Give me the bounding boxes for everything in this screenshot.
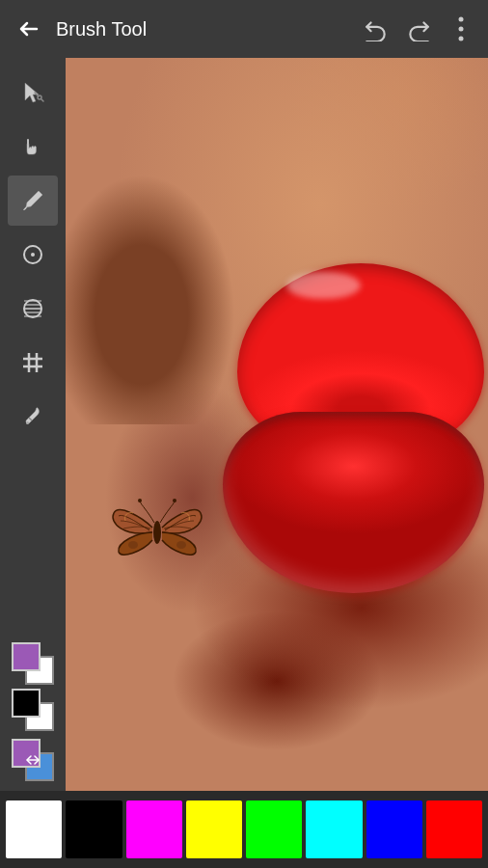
top-toolbar: Brush Tool — [0, 0, 488, 58]
butterfly-tattoo — [99, 484, 215, 571]
color-swatches — [12, 642, 54, 781]
palette-green[interactable] — [246, 800, 302, 858]
color-swatch-primary[interactable] — [12, 642, 54, 685]
svg-point-20 — [138, 499, 142, 502]
svg-point-2 — [459, 37, 464, 41]
eyedropper-tool-button[interactable] — [8, 392, 58, 442]
move-tool-button[interactable] — [8, 122, 58, 172]
svg-point-0 — [459, 17, 464, 22]
palette-white[interactable] — [6, 800, 62, 858]
redo-button[interactable] — [401, 12, 436, 46]
lips — [223, 263, 488, 593]
svg-point-6 — [31, 253, 35, 257]
left-sidebar — [0, 58, 66, 791]
foreground-color-2[interactable] — [12, 689, 41, 718]
color-swap-button[interactable] — [12, 739, 54, 781]
palette-red[interactable] — [426, 800, 482, 858]
lines-tool-button[interactable] — [8, 284, 58, 334]
svg-point-23 — [176, 541, 186, 549]
grid-tool-button[interactable] — [8, 338, 58, 388]
svg-point-22 — [128, 541, 138, 549]
select-tool-button[interactable] — [8, 68, 58, 118]
circle-tool-button[interactable] — [8, 230, 58, 280]
svg-point-18 — [26, 421, 29, 424]
color-swatch-secondary[interactable] — [12, 689, 54, 731]
undo-button[interactable] — [359, 12, 393, 46]
svg-point-21 — [173, 499, 176, 502]
photo-canvas[interactable] — [66, 58, 488, 791]
palette-magenta[interactable] — [126, 800, 182, 858]
brush-tool-button[interactable] — [8, 176, 58, 226]
foreground-color-1[interactable] — [12, 642, 41, 671]
toolbar-actions — [359, 12, 478, 46]
palette-yellow[interactable] — [186, 800, 242, 858]
lower-lip — [223, 412, 483, 593]
lip-highlight — [286, 272, 361, 299]
palette-black[interactable] — [66, 800, 122, 858]
canvas-area[interactable] — [66, 58, 488, 791]
svg-point-1 — [459, 27, 464, 32]
palette-cyan[interactable] — [306, 800, 362, 858]
back-button[interactable] — [10, 10, 48, 48]
palette-blue[interactable] — [366, 800, 422, 858]
page-title: Brush Tool — [56, 18, 359, 41]
bottom-palette — [0, 791, 488, 868]
svg-point-19 — [153, 521, 161, 544]
more-options-button[interactable] — [444, 12, 478, 46]
